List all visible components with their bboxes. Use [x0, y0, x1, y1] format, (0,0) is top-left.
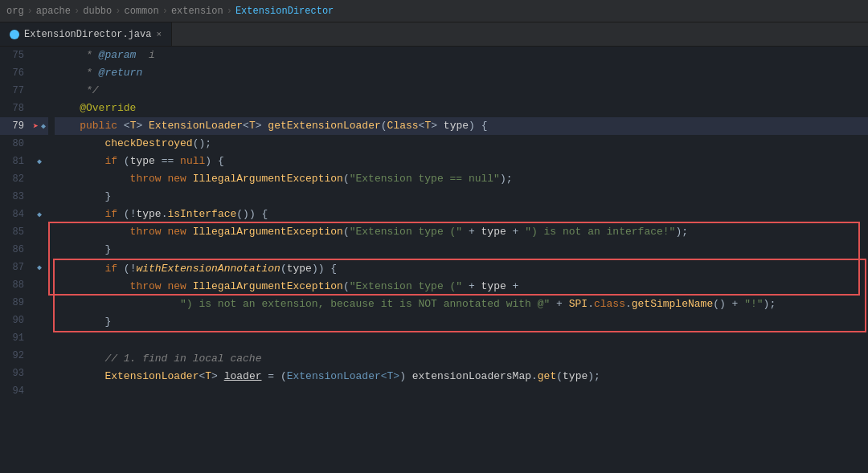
- code-area: * @param i * @return */ @Override public…: [48, 47, 868, 473]
- code-line-79: public <T> ExtensionLoader<T> getExtensi…: [55, 117, 868, 135]
- code-line-75: * @param i: [55, 47, 868, 64]
- line-row: 92: [0, 347, 48, 365]
- line-number: 77: [0, 85, 31, 96]
- line-row: 88: [0, 276, 48, 294]
- line-row: 90: [0, 312, 48, 329]
- bookmark-icon: ◆: [37, 263, 42, 272]
- title-bar: org › apache › dubbo › common › extensio…: [0, 0, 868, 22]
- line-number: 94: [0, 385, 31, 397]
- close-tab-button[interactable]: ×: [156, 30, 162, 39]
- line-row: 93: [0, 365, 48, 382]
- code-line-84: if (!type.isInterface()) {: [55, 206, 868, 223]
- line-number: 85: [0, 226, 31, 238]
- code-line-81: if (type == null) {: [55, 153, 868, 170]
- code-line-94: [55, 385, 868, 403]
- code-line-89: ") is not an extension, because it is NO…: [55, 296, 865, 313]
- highlighted-block: if (!withExtensionAnnotation(type)) { th…: [53, 259, 866, 332]
- line-row: 82: [0, 170, 48, 188]
- line-row-active: 79 ➤ ◆: [0, 117, 48, 135]
- line-number: 75: [0, 50, 31, 61]
- line-row: 89: [0, 294, 48, 312]
- line-number: 76: [0, 67, 31, 79]
- code-line-91: [55, 332, 868, 350]
- code-line-76: * @return: [55, 64, 868, 82]
- gutter-icons: ◆: [31, 210, 48, 219]
- line-number: 93: [0, 368, 31, 379]
- line-numbers: 75 76 77 78 79 ➤ ◆: [0, 47, 48, 400]
- gutter-icons: ◆: [31, 263, 48, 272]
- bookmark-icon: ◆: [37, 210, 42, 219]
- line-number: 81: [0, 156, 31, 167]
- code-line-85: throw new IllegalArgumentException("Exte…: [55, 223, 868, 241]
- line-row: 80: [0, 135, 48, 153]
- line-row: 77: [0, 82, 48, 100]
- line-number: 84: [0, 209, 31, 220]
- execution-pointer-icon: ➤: [33, 120, 39, 133]
- line-row: 91: [0, 329, 48, 347]
- code-line-87: if (!withExtensionAnnotation(type)) {: [55, 260, 865, 278]
- line-row: 85: [0, 223, 48, 241]
- line-number: 89: [0, 297, 31, 308]
- line-number: 82: [0, 173, 31, 185]
- line-row: 75: [0, 47, 48, 64]
- line-number: 79: [0, 120, 31, 132]
- line-row: 84 ◆: [0, 206, 48, 223]
- tab-bar: ExtensionDirector.java ×: [0, 22, 868, 47]
- editor-container: 75 76 77 78 79 ➤ ◆: [0, 47, 868, 473]
- line-number: 88: [0, 279, 31, 291]
- line-row: 81 ◆: [0, 153, 48, 170]
- breadcrumb: org › apache › dubbo › common › extensio…: [6, 6, 334, 17]
- line-row: 76: [0, 64, 48, 82]
- line-row: 87 ◆: [0, 259, 48, 276]
- line-number: 90: [0, 315, 31, 326]
- code-line-86: }: [55, 241, 868, 259]
- line-row: 83: [0, 188, 48, 206]
- bookmark-icon: ◆: [37, 157, 42, 166]
- line-number: 91: [0, 332, 31, 344]
- gutter-icons: ◆: [31, 157, 48, 166]
- code-line-82: throw new IllegalArgumentException("Exte…: [55, 170, 868, 188]
- line-number: 83: [0, 191, 31, 202]
- line-number: 92: [0, 350, 31, 361]
- code-line-80: checkDestroyed();: [55, 135, 868, 153]
- line-row: 94: [0, 382, 48, 400]
- line-number: 80: [0, 138, 31, 149]
- tab-label: ExtensionDirector.java: [24, 29, 151, 40]
- gutter: 75 76 77 78 79 ➤ ◆: [0, 47, 48, 473]
- line-number: 87: [0, 262, 31, 273]
- line-row: 78: [0, 100, 48, 117]
- code-line-93: ExtensionLoader<T> loader = (ExtensionLo…: [55, 368, 868, 385]
- code-line-90: }: [55, 313, 865, 331]
- java-file-icon: [10, 30, 19, 39]
- editor-tab[interactable]: ExtensionDirector.java ×: [0, 22, 172, 46]
- line-number: 86: [0, 244, 31, 255]
- code-line-83: }: [55, 188, 868, 206]
- line-row: 86: [0, 241, 48, 259]
- line-number: 78: [0, 103, 31, 114]
- code-line-88: throw new IllegalArgumentException("Exte…: [55, 278, 865, 296]
- code-line-92: // 1. find in local cache: [55, 350, 868, 368]
- code-line-78: @Override: [55, 100, 868, 117]
- gutter-icons: ➤ ◆: [31, 120, 48, 133]
- code-line-77: */: [55, 82, 868, 100]
- bookmark-icon: ◆: [41, 121, 46, 131]
